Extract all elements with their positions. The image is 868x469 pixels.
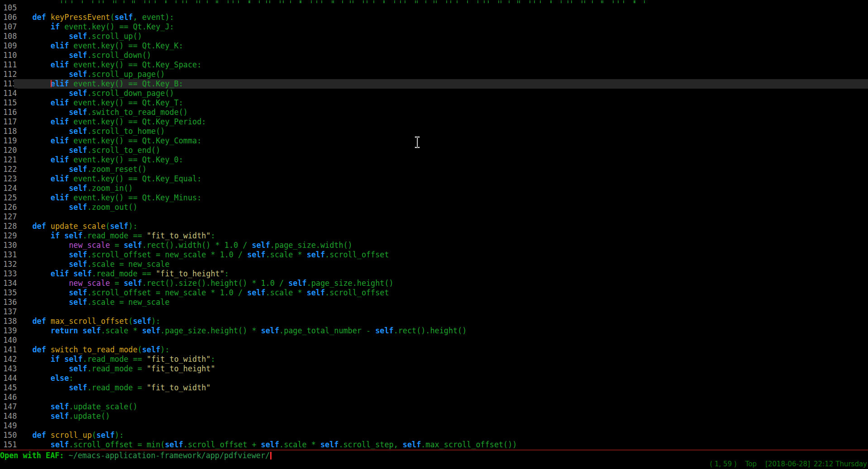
code-line[interactable]: 146 [0,393,868,402]
line-number: 131 [0,250,14,260]
code-area[interactable]: 105106 def keyPressEvent(self, event):10… [0,0,868,450]
line-number: 148 [0,412,14,421]
line-number: 119 [0,136,14,146]
code-line[interactable]: 140 [0,336,868,345]
code-line[interactable]: 117 elif event.key() == Qt.Key_Period: [0,117,868,127]
code-line[interactable]: 112 self.scroll_up_page() [0,70,868,79]
line-number: 106 [0,13,14,22]
minibuffer[interactable]: Open with EAF: ~/emacs-application-frame… [0,450,868,460]
line-number: 115 [0,98,14,108]
code-line[interactable]: 149 [0,421,868,431]
line-number: 140 [0,336,14,345]
line-number: 122 [0,165,14,174]
code-line[interactable]: 148 self.update() [0,412,868,421]
code-line[interactable]: 121 elif event.key() == Qt.Key_0: [0,155,868,165]
code-line[interactable]: 130 new_scale = self.rect().width() * 1.… [0,241,868,250]
line-number: 143 [0,364,14,374]
code-line[interactable]: 134 new_scale = self.rect().size().heigh… [0,279,868,288]
code-line[interactable]: 144 else: [0,374,868,383]
code-line[interactable]: 113 elif event.key() == Qt.Key_B: [0,79,868,89]
code-line[interactable]: 107 if event.key() == Qt.Key_J: [0,22,868,32]
code-line[interactable]: 131 self.scroll_offset = new_scale * 1.0… [0,250,868,260]
line-number: 129 [0,231,14,241]
code-line[interactable]: 127 [0,212,868,222]
line-number: 113 [0,79,14,89]
code-text: elif event.key() == Qt.Key_Space: [14,60,201,69]
line-number: 150 [0,431,14,440]
code-line[interactable]: 106 def keyPressEvent(self, event): [0,13,868,22]
code-text: self.scroll_offset = new_scale * 1.0 / s… [14,250,389,259]
code-line[interactable]: 120 self.scroll_to_end() [0,146,868,155]
code-text: elif event.key() == Qt.Key_0: [14,155,183,164]
code-text: elif event.key() == Qt.Key_Comma: [14,136,201,145]
code-text: self.zoom_reset() [14,165,147,174]
text-cursor [51,80,52,87]
code-line[interactable]: 151 self.scroll_offset = min(self.scroll… [0,440,868,450]
code-line[interactable]: 109 elif event.key() == Qt.Key_K: [0,41,868,51]
code-line[interactable]: 141 def switch_to_read_mode(self): [0,345,868,355]
code-line[interactable]: 119 elif event.key() == Qt.Key_Comma: [0,136,868,146]
code-line[interactable]: 108 self.scroll_up() [0,32,868,41]
line-number: 133 [0,269,14,279]
code-text: self.update() [14,412,110,421]
code-line[interactable]: 138 def max_scroll_offset(self): [0,317,868,326]
code-line[interactable]: 126 self.zoom_out() [0,203,868,212]
line-number: 116 [0,108,14,117]
code-line[interactable]: 132 self.scale = new_scale [0,260,868,269]
code-line[interactable]: 145 self.read_mode = "fit_to_width" [0,383,868,393]
code-text: def keyPressEvent(self, event): [14,13,174,22]
code-line[interactable]: 110 self.scroll_down() [0,51,868,60]
line-number: 109 [0,41,14,51]
code-line[interactable]: 105 [0,3,868,13]
status-time: 22:12 [814,460,833,468]
code-line[interactable]: 143 self.read_mode = "fit_to_height" [0,364,868,374]
code-line[interactable]: 137 [0,307,868,317]
status-bar: ( 1, 59 )Top[2018-06-28]22:12Thursday [0,459,868,469]
line-number: 137 [0,307,14,317]
code-line[interactable]: 123 elif event.key() == Qt.Key_Equal: [0,174,868,184]
status-weekday: Thursday [835,460,867,468]
emacs-frame: 105106 def keyPressEvent(self, event):10… [0,0,868,469]
line-number: 120 [0,146,14,155]
code-line[interactable]: 125 elif event.key() == Qt.Key_Minus: [0,193,868,203]
minibuffer-cursor [270,452,272,460]
code-text: if event.key() == Qt.Key_J: [14,22,174,31]
line-number: 125 [0,193,14,203]
code-line[interactable]: 122 self.zoom_reset() [0,165,868,174]
code-text: new_scale = self.rect().size().height() … [14,279,394,288]
code-line[interactable]: 142 if self.read_mode == "fit_to_width": [0,355,868,364]
line-number: 105 [0,3,14,13]
code-line[interactable]: 115 elif event.key() == Qt.Key_T: [0,98,868,108]
code-text: return self.scale * self.page_size.heigh… [14,326,467,335]
line-number: 146 [0,393,14,402]
code-line[interactable]: 116 self.switch_to_read_mode() [0,108,868,117]
code-line[interactable]: 114 self.scroll_down_page() [0,89,868,98]
code-line[interactable]: 133 elif self.read_mode == "fit_to_heigh… [0,269,868,279]
code-text: def max_scroll_offset(self): [14,317,160,326]
minibuffer-input[interactable]: ~/emacs-application-framework/app/pdfvie… [69,451,270,460]
code-text: elif event.key() == Qt.Key_T: [14,98,183,107]
code-line[interactable]: 147 self.update_scale() [0,402,868,412]
code-line[interactable]: 139 return self.scale * self.page_size.h… [0,326,868,336]
code-text: self.scroll_offset = new_scale * 1.0 / s… [14,288,389,297]
code-line[interactable]: 135 self.scroll_offset = new_scale * 1.0… [0,288,868,298]
line-number: 107 [0,22,14,32]
line-number: 121 [0,155,14,165]
line-number: 139 [0,326,14,336]
code-text: elif event.key() == Qt.Key_Equal: [14,174,201,183]
code-line[interactable]: 150 def scroll_up(self): [0,431,868,440]
code-text: self.read_mode = "fit_to_height" [14,364,215,373]
code-text: elif event.key() == Qt.Key_B: [14,79,183,88]
code-line[interactable]: 129 if self.read_mode == "fit_to_width": [0,231,868,241]
code-text: def scroll_up(self): [14,431,124,440]
code-line[interactable]: 128 def update_scale(self): [0,222,868,231]
code-text: elif event.key() == Qt.Key_K: [14,41,183,50]
code-line[interactable]: 124 self.zoom_in() [0,184,868,193]
code-text: self.scroll_up() [14,32,142,41]
code-line[interactable]: 118 self.scroll_to_home() [0,127,868,136]
code-text: elif event.key() == Qt.Key_Minus: [14,193,201,202]
code-line[interactable]: 111 elif event.key() == Qt.Key_Space: [0,60,868,70]
line-number: 132 [0,260,14,269]
code-line[interactable]: 136 self.scale = new_scale [0,298,868,307]
line-number: 138 [0,317,14,326]
